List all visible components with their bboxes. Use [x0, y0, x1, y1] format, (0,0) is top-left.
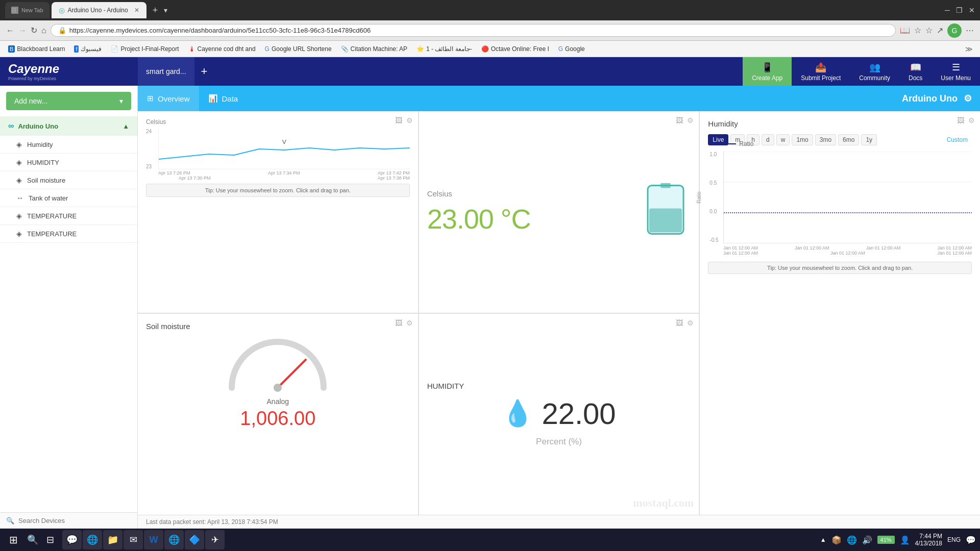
settings-icon-soil[interactable]: ⚙ [406, 319, 413, 327]
image-icon-tv[interactable]: 🖼 [676, 116, 683, 124]
bookmarks-more[interactable]: ≫ [962, 43, 976, 55]
legend-label: Ratio [739, 140, 753, 147]
taskbar-mail[interactable]: ✉ [124, 530, 143, 549]
user-menu-label: User Menu [941, 74, 971, 82]
bookmark-octave[interactable]: 🔴 Octave Online: Free I [477, 44, 553, 54]
sidebar-device-item[interactable]: ∞ Arduino Uno ▲ [0, 116, 137, 136]
bookmark-citation[interactable]: 📎 Citation Machine: AP [337, 44, 411, 54]
taskbar-notification-button[interactable]: 💬 [966, 535, 976, 545]
taskbar-chrome[interactable]: 🌐 [164, 530, 184, 549]
sidebar-item-soil[interactable]: ◈ Soil moisture [0, 171, 137, 189]
back-button[interactable]: ← [6, 26, 14, 35]
add-new-button[interactable]: Add new... ▾ [6, 92, 131, 110]
user-menu-icon: ☰ [952, 62, 960, 73]
browser-tab-active[interactable]: ◎ Arduino Uno - Arduino ✕ [52, 2, 146, 18]
overview-tab-label: Overview [158, 94, 190, 103]
image-icon-temp[interactable]: 🖼 [395, 116, 402, 124]
image-icon-soil[interactable]: 🖼 [395, 319, 402, 327]
submit-label: Submit Project [801, 74, 841, 82]
taskbar-dropbox[interactable]: 📦 [831, 535, 842, 545]
reader-button[interactable]: 📖 [900, 26, 910, 35]
app-logo-area: Cayenne Powered by myDevices [0, 62, 138, 81]
taskbar-app1[interactable]: 🔷 [185, 530, 204, 549]
image-icon-hc[interactable]: 🖼 [957, 116, 964, 124]
settings-icon-hc[interactable]: ⚙ [968, 116, 975, 124]
data-tab[interactable]: 📊 Data [199, 86, 248, 111]
community-button[interactable]: 👥 Community [850, 57, 899, 86]
bookmark-star-button[interactable]: ☆ [914, 26, 921, 35]
widget-actions-soil: 🖼 ⚙ [395, 319, 413, 327]
forward-button[interactable]: → [18, 26, 27, 35]
taskbar-whatsapp[interactable]: 💬 [62, 530, 82, 549]
sidebar-item-humidity[interactable]: ◈ Humidity [0, 136, 137, 154]
time-btn-d[interactable]: d [762, 134, 774, 145]
maximize-button[interactable]: ❐ [956, 6, 963, 14]
taskbar-word[interactable]: W [144, 530, 163, 549]
user-menu-button[interactable]: ☰ User Menu [932, 57, 980, 86]
time-btn-1y[interactable]: 1y [861, 134, 877, 145]
bookmark-google2[interactable]: G Google [554, 44, 589, 54]
add-device-tab-button[interactable]: + [195, 57, 214, 86]
dashboard: ⊞ Overview 📊 Data Arduino Uno ⚙ 🖼 [138, 86, 980, 529]
new-tab-button[interactable]: + [149, 5, 162, 16]
home-button[interactable]: ⌂ [41, 26, 46, 35]
soil-moisture-widget: 🖼 ⚙ Soil moisture [138, 314, 418, 515]
bookmark-blackboard[interactable]: B Blackboard Learn [4, 44, 69, 54]
bookmark-univ[interactable]: ⭐ جامعة الطائف - 1- [412, 44, 476, 54]
time-btn-6mo[interactable]: 6mo [838, 134, 859, 145]
sidebar-item-tank[interactable]: ↔ Tank of water [0, 189, 137, 207]
settings-icon-tv[interactable]: ⚙ [687, 116, 694, 124]
soil-nav-icon: ◈ [16, 176, 22, 184]
taskbar-volume[interactable]: 🔊 [862, 535, 872, 545]
time-btn-3mo[interactable]: 3mo [815, 134, 836, 145]
taskbar-network[interactable]: 🌐 [847, 535, 857, 545]
tab-close-icon[interactable]: ✕ [134, 7, 139, 14]
address-box[interactable]: 🔒 https://cayenne.mydevices.com/cayenne/… [51, 24, 896, 37]
time-btn-w[interactable]: w [776, 134, 790, 145]
taskbar-view-button[interactable]: ⊟ [42, 534, 58, 545]
sidebar-item-humidity2[interactable]: ◈ HUMIDITY [0, 154, 137, 171]
image-icon-hv[interactable]: 🖼 [676, 319, 683, 327]
ratio-chart-area: Ratio 1.0 0.5 0.0 -0.5 Ratio [723, 152, 972, 243]
droplet-icon: 💧 [502, 398, 533, 428]
taskbar-people-icon[interactable]: 👤 [900, 535, 910, 545]
create-app-button[interactable]: 📱 Create App [743, 57, 792, 86]
docs-button[interactable]: 📖 Docs [899, 57, 932, 86]
tab-dropdown-button[interactable]: ▾ [164, 6, 167, 14]
search-devices-input[interactable] [18, 517, 131, 524]
browser-tab-inactive[interactable]: ⊟ New Tab [5, 2, 50, 18]
dashboard-settings-icon[interactable]: ⚙ [964, 93, 972, 104]
device-tab[interactable]: smart gard... [138, 57, 195, 86]
settings-icon-temp[interactable]: ⚙ [406, 116, 413, 124]
taskbar-search-button[interactable]: 🔍 [23, 534, 42, 545]
star-icon: ⭐ [416, 45, 424, 53]
humidity-main-display: 💧 22.00 [502, 396, 616, 431]
favorites-button[interactable]: ☆ [925, 26, 933, 35]
taskbar-apps: 💬 🌐 📁 ✉ W 🌐 🔷 ✈ [62, 530, 225, 549]
profile-button[interactable]: G [947, 23, 962, 38]
taskbar-explorer[interactable]: 📁 [103, 530, 122, 549]
sidebar-item-temp1[interactable]: ◈ TEMPERATURE [0, 207, 137, 225]
bookmark-google-url[interactable]: G Google URL Shortene [261, 44, 336, 54]
start-button[interactable]: ⊞ [4, 534, 23, 546]
taskbar-app2[interactable]: ✈ [205, 530, 225, 549]
share-button[interactable]: ↗ [937, 26, 943, 35]
settings-icon-hv[interactable]: ⚙ [687, 319, 694, 327]
time-btn-custom[interactable]: Custom [943, 135, 972, 145]
submit-project-button[interactable]: 📤 Submit Project [792, 57, 850, 86]
main-layout: Add new... ▾ ∞ Arduino Uno ▲ ◈ Humidity … [0, 86, 980, 529]
active-tab-icon: ◎ [59, 6, 65, 14]
soil-value: 1,006.00 [240, 408, 315, 430]
refresh-button[interactable]: ↻ [31, 26, 37, 35]
sidebar-item-temp2[interactable]: ◈ TEMPERATURE [0, 225, 137, 243]
taskbar-edge[interactable]: 🌐 [83, 530, 102, 549]
bookmark-cayenne[interactable]: 🌡 Cayenne cod dht and [184, 43, 260, 55]
bookmark-project[interactable]: 📄 Project I-Final-Report [107, 44, 183, 54]
bookmark-facebook[interactable]: f فيسبوك [70, 44, 106, 54]
minimize-button[interactable]: ─ [945, 6, 950, 14]
settings-button[interactable]: ⋯ [966, 26, 974, 35]
taskbar-chevron-up[interactable]: ▲ [820, 536, 826, 543]
close-button[interactable]: ✕ [969, 6, 975, 14]
overview-tab[interactable]: ⊞ Overview [138, 86, 199, 111]
time-btn-1mo[interactable]: 1mo [792, 134, 813, 145]
